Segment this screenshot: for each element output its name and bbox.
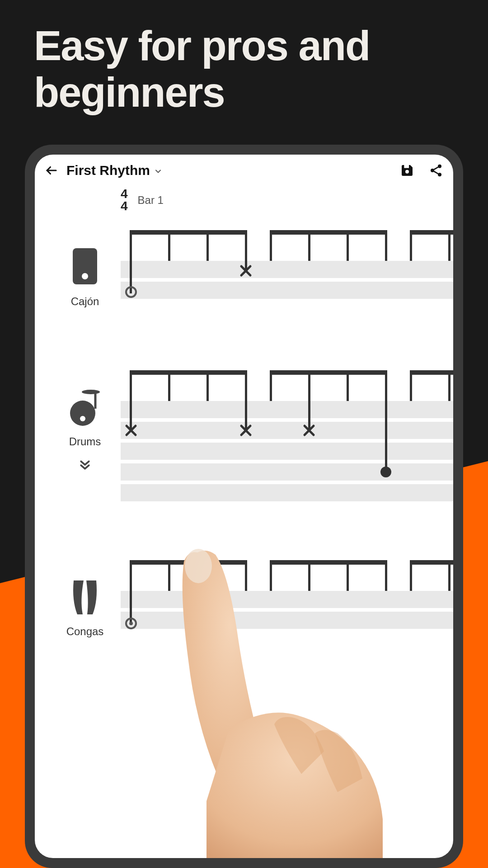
- track-label-congas[interactable]: Congas: [49, 578, 121, 638]
- track-cajon: Cajón: [35, 230, 453, 321]
- congas-icon: [69, 578, 101, 619]
- notation-cajon[interactable]: [121, 230, 453, 321]
- svg-point-14: [82, 390, 100, 394]
- notation-lane: [121, 282, 453, 299]
- cajon-icon: [69, 248, 101, 289]
- svg-point-10: [126, 287, 136, 297]
- notation-lane: [121, 401, 453, 418]
- svg-point-1: [405, 170, 409, 174]
- notation-lane: [121, 422, 453, 439]
- notation-lane: [121, 443, 453, 460]
- svg-point-5: [438, 173, 441, 176]
- track-congas: Congas: [35, 560, 453, 651]
- track-name-congas: Congas: [66, 625, 104, 638]
- svg-point-15: [70, 401, 95, 426]
- track-label-drums[interactable]: Drums: [49, 388, 121, 472]
- note-open-icon: [124, 285, 138, 299]
- notation-drums[interactable]: [121, 370, 453, 510]
- tracks-container: Cajón: [35, 212, 453, 651]
- meta-row: 4 4 Bar 1: [35, 186, 453, 212]
- svg-point-23: [380, 467, 391, 477]
- promo-headline: Easy for pros and beginners: [34, 23, 454, 116]
- save-icon[interactable]: [400, 163, 414, 178]
- share-icon[interactable]: [429, 163, 443, 178]
- svg-line-6: [434, 167, 438, 170]
- chevron-down-icon: [154, 167, 163, 176]
- svg-line-7: [434, 171, 438, 174]
- time-signature[interactable]: 4 4: [121, 188, 128, 212]
- project-title: First Rhythm: [66, 163, 150, 178]
- app-screen: First Rhythm 4 4 Bar 1 Cajón: [35, 155, 453, 858]
- note-target-icon: [124, 617, 138, 630]
- note-x-icon: [239, 264, 253, 278]
- note-x-icon: [239, 424, 253, 437]
- svg-rect-2: [404, 165, 409, 168]
- track-label-cajon[interactable]: Cajón: [49, 248, 121, 308]
- note-x-icon: [124, 424, 138, 437]
- svg-point-3: [438, 165, 441, 168]
- time-sig-top: 4: [121, 188, 128, 200]
- track-name-drums: Drums: [69, 435, 101, 448]
- notation-lane: [121, 484, 453, 501]
- svg-point-25: [129, 622, 133, 625]
- app-header: First Rhythm: [35, 155, 453, 186]
- bar-label: Bar 1: [138, 194, 164, 207]
- svg-point-9: [82, 273, 88, 279]
- svg-point-4: [431, 169, 434, 172]
- note-dot-icon: [379, 465, 393, 479]
- notation-lane: [121, 612, 453, 629]
- drums-icon: [69, 388, 101, 429]
- time-sig-bottom: 4: [121, 200, 128, 212]
- note-x-icon: [302, 424, 316, 437]
- back-arrow-icon[interactable]: [45, 164, 58, 177]
- notation-lane: [121, 591, 453, 608]
- svg-point-16: [80, 416, 85, 421]
- expand-down-icon[interactable]: [78, 458, 92, 472]
- track-name-cajon: Cajón: [71, 295, 99, 308]
- title-dropdown[interactable]: First Rhythm: [66, 163, 392, 178]
- notation-lane: [121, 261, 453, 278]
- notation-congas[interactable]: [121, 560, 453, 651]
- notation-lane: [121, 463, 453, 481]
- phone-frame: First Rhythm 4 4 Bar 1 Cajón: [25, 145, 463, 868]
- track-drums: Drums: [35, 370, 453, 510]
